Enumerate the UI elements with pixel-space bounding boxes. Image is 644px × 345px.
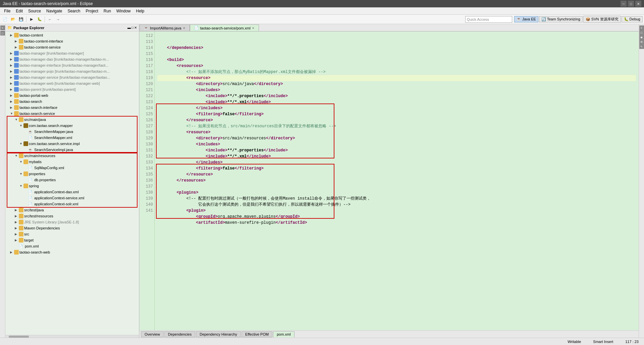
menu-window[interactable]: Window [114, 8, 133, 14]
perspective-javaee[interactable]: ☕ Java EE [514, 16, 538, 22]
tree-item[interactable]: ▶taotao-portal-web [5, 92, 139, 98]
tree-item[interactable]: 📄applicationContext-dao.xml [5, 189, 139, 195]
tree-item[interactable]: ▼src/main/resources [5, 153, 139, 159]
close-button[interactable]: ✕ [635, 1, 641, 7]
code-line: <plugins> [157, 190, 636, 196]
tree-item[interactable]: ▶taotao-manager-pojo [trunk/taotao-manag… [5, 68, 139, 74]
code-line: <filtering>false</filtering> [157, 165, 636, 171]
tree-item[interactable]: ▶taotao-parent [trunk/taotao-parent] [5, 86, 139, 92]
tree-item[interactable]: 📄db.properties [5, 177, 139, 183]
line-number: 136 [140, 178, 153, 184]
tree-item[interactable]: ▼taotao-search-service [5, 111, 139, 117]
menu-project[interactable]: Project [83, 8, 101, 14]
right-icon-4[interactable]: ⚙ [639, 40, 644, 44]
tree-item[interactable]: ▶src/test/java [5, 207, 139, 213]
bottom-tab-dependency-hierarchy[interactable]: Dependency Hierarchy [196, 331, 241, 337]
line-number: 112 [140, 33, 153, 39]
tree-item[interactable]: ▶taotao-manager-interface [trunk/taotao-… [5, 62, 139, 68]
tree-item[interactable]: ▼com.taotao.search.mapper [5, 123, 139, 129]
tree-item[interactable]: ▼properties [5, 171, 139, 177]
title-bar: Java EE - taotao-search-service/pom.xml … [0, 0, 644, 7]
tree-item[interactable]: 📄pom.xml [5, 243, 139, 249]
bottom-tab-overview[interactable]: Overview [141, 331, 164, 337]
menu-source[interactable]: Source [25, 8, 44, 14]
tree-item[interactable]: ▶taotao-content-service [5, 44, 139, 50]
perspective-svn[interactable]: 📦 SVN 资源库研究 [583, 16, 621, 23]
pe-scrollbar-thumb[interactable] [9, 336, 29, 338]
tree-item[interactable]: ▶JRE System Library [JavaSE-1.8] [5, 219, 139, 225]
perspective-debug[interactable]: 🐛 Debug [622, 16, 643, 22]
toolbar-run[interactable]: ▶ [28, 16, 35, 23]
left-icon-2[interactable]: ◻ [0, 31, 5, 36]
bottom-tab-dependencies[interactable]: Dependencies [164, 331, 195, 337]
quick-access-box[interactable]: Quick Access [465, 16, 512, 23]
tab-pom-xml[interactable]: 📄 taotao-search-service/pom.xml ✕ [190, 24, 259, 31]
pe-maximize[interactable]: □ [131, 26, 133, 29]
code-line: <filtering>false</filtering> [157, 111, 636, 117]
tree-item[interactable]: 📄applicationContext-service.xml [5, 195, 139, 201]
pe-title: Package Explorer [13, 26, 44, 30]
pe-minimize[interactable]: ▬ [127, 26, 131, 29]
tree-item[interactable]: ▼com.taotao.search.service.impl [5, 141, 139, 147]
toolbar-save[interactable]: 💾 [17, 16, 25, 23]
pe-horizontal-scrollbar[interactable] [5, 335, 139, 338]
line-number: 113 [140, 39, 153, 45]
toolbar-debug[interactable]: 🐛 [36, 16, 43, 23]
tree-item[interactable]: ▶taotao-content [5, 32, 139, 38]
tree-item[interactable]: ▶taotao-content-interface [5, 38, 139, 44]
tree-item[interactable]: ☕SearchServiceImpl.java [5, 147, 139, 153]
line-number: 137 [140, 184, 153, 190]
tree-item[interactable]: ▶target [5, 237, 139, 243]
minimize-button[interactable]: ─ [621, 1, 627, 7]
line-number: 140 [140, 202, 153, 208]
code-line: <includes> [157, 87, 636, 93]
pe-close[interactable]: ✕ [134, 26, 137, 29]
tree-item[interactable]: ▼src/main/java [5, 117, 139, 123]
code-line: <resource> [157, 129, 636, 135]
perspective-team-sync[interactable]: 🔄 Team Synchronizing [539, 16, 583, 22]
tree-item[interactable]: 📄SearchItemMapper.xml [5, 135, 139, 141]
toolbar-open[interactable]: 📂 [9, 16, 17, 23]
menu-search[interactable]: Search [65, 8, 83, 14]
tree-item[interactable]: ▶taotao-manager [trunk/taotao-manager] [5, 50, 139, 56]
menu-run[interactable]: Run [101, 8, 114, 14]
quick-access-label: Quick Access [467, 17, 489, 21]
right-icon-3[interactable]: ◉ [639, 35, 644, 40]
package-explorer-panel: 📁 Package Explorer ▬ □ ✕ ▶taotao-content… [5, 24, 140, 338]
menu-file[interactable]: File [1, 8, 13, 14]
tab-import-all-items[interactable]: ☕ ImportAllItems.java ✕ [140, 24, 190, 31]
right-icon-1[interactable]: ≡ [639, 25, 644, 30]
toolbar-back[interactable]: ← [46, 16, 54, 23]
toolbar-forward[interactable]: → [54, 16, 62, 23]
tree-item[interactable]: 📄SqlMapConfig.xml [5, 165, 139, 171]
right-icon-5[interactable]: ✎ [639, 44, 644, 49]
tree-item[interactable]: ▶src/test/resources [5, 213, 139, 219]
code-editor[interactable]: </dependencies> <build> <resources> <!--… [155, 31, 639, 330]
menu-help[interactable]: Help [133, 8, 147, 14]
tree-item[interactable]: ▶taotao-manager-dao [trunk/taotao-manage… [5, 56, 139, 62]
right-sidebar-icons: ≡ ◻ ◉ ⚙ ✎ [639, 24, 644, 338]
tree-item[interactable]: ▶src [5, 231, 139, 237]
editor-area: ☕ ImportAllItems.java ✕ 📄 taotao-search-… [140, 24, 639, 338]
tree-item[interactable]: ▼mybatis [5, 159, 139, 165]
tree-item[interactable]: ▶taotao-search-interface [5, 105, 139, 111]
line-number: 135 [140, 171, 153, 178]
tab-close-1[interactable]: ✕ [183, 26, 185, 30]
right-icon-2[interactable]: ◻ [639, 30, 644, 35]
menu-navigate[interactable]: Navigate [44, 8, 65, 14]
tree-item[interactable]: 📄applicationContext-solr.xml [5, 201, 139, 207]
tab-close-2[interactable]: ✕ [252, 26, 255, 30]
tree-item[interactable]: ▶taotao-manager-web [trunk/taotao-manage… [5, 80, 139, 86]
tree-item[interactable]: ▶taotao-search [5, 98, 139, 105]
maximize-button[interactable]: □ [628, 1, 634, 7]
bottom-tab-pom-xml[interactable]: pom.xml [273, 331, 294, 337]
menu-edit[interactable]: Edit [13, 8, 25, 14]
bottom-tab-effective-pom[interactable]: Effective POM [241, 331, 272, 337]
tree-item[interactable]: ☕SearchItemMapper.java [5, 129, 139, 135]
left-icon-1[interactable]: ≡ [0, 25, 5, 30]
toolbar-new[interactable]: 📄 [1, 16, 9, 23]
tree-item[interactable]: ▶Maven Dependencies [5, 225, 139, 231]
tree-item[interactable]: ▶taotao-manager-service [trunk/taotao-ma… [5, 74, 139, 80]
tree-item[interactable]: ▼spring [5, 183, 139, 189]
tree-item[interactable]: ▶taotao-search-web [5, 249, 139, 255]
